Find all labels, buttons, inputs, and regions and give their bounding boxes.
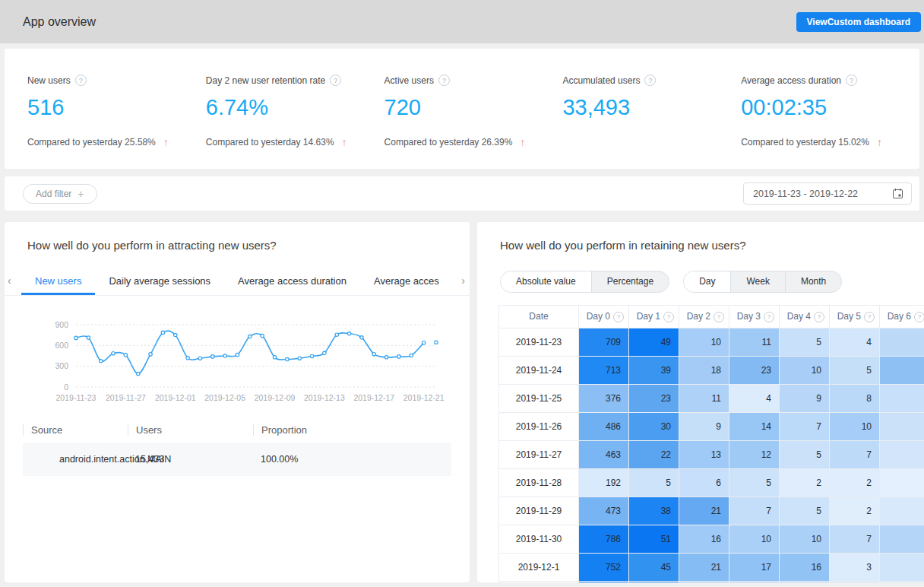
svg-text:2019-12-09: 2019-12-09	[255, 393, 296, 402]
retention-value-cell: 23	[729, 357, 780, 385]
retention-col-day-5: Day 5?	[830, 306, 880, 328]
svg-text:2019-12-13: 2019-12-13	[304, 393, 345, 402]
retention-value-cell	[780, 582, 830, 582]
retention-value-cell: 4	[830, 328, 880, 357]
data-point-marker	[384, 356, 388, 359]
panel-title: How well do you perform in retaining new…	[477, 222, 924, 259]
toggle-day[interactable]: Day	[684, 271, 731, 292]
retention-date-cell: 2019-11-27	[499, 441, 579, 469]
retention-date-cell: 2019-11-25	[499, 385, 579, 413]
view-custom-dashboard-button[interactable]: ViewCustom dashboard	[796, 12, 921, 32]
retention-row: 2019-11-2819256522	[499, 469, 924, 497]
kpi-day2-retention: Day 2 new user retention rate ? 6.74% Co…	[206, 49, 384, 169]
retention-value-cell: 49	[629, 328, 679, 357]
retention-value-cell: 7	[780, 413, 830, 441]
retention-value-cell: 10	[780, 357, 830, 385]
add-filter-label: Add filter	[36, 189, 71, 199]
help-icon[interactable]: ?	[814, 312, 824, 322]
data-point-marker	[422, 341, 425, 344]
retention-row: 2019-11-2648630914710	[499, 413, 924, 441]
svg-text:2019-12-17: 2019-12-17	[353, 393, 394, 402]
retention-value-cell	[880, 469, 924, 497]
users-col-header: Users	[128, 424, 253, 436]
kpi-value: 00:02:35	[741, 95, 919, 120]
retention-col-day-6: Day 6?	[880, 306, 924, 328]
chevron-left-icon[interactable]: ‹	[8, 275, 11, 286]
data-point-marker	[347, 332, 350, 335]
svg-text:2019-11-23: 2019-11-23	[56, 393, 97, 402]
add-filter-button[interactable]: Add filter +	[23, 184, 97, 204]
svg-text:900: 900	[55, 320, 68, 329]
tab-average-access-duration[interactable]: Average access duration	[224, 269, 360, 293]
retention-value-cell: 463	[579, 441, 629, 469]
data-point-marker	[323, 351, 326, 354]
retention-value-cell: 14	[729, 413, 780, 441]
svg-text:0: 0	[64, 382, 68, 392]
svg-text:2019-12-05: 2019-12-05	[204, 393, 245, 402]
data-point-marker	[112, 352, 115, 355]
help-icon[interactable]: ?	[846, 75, 857, 86]
tab-new-users[interactable]: New users	[21, 269, 95, 295]
toggle-week[interactable]: Week	[731, 271, 785, 292]
data-point-marker	[174, 333, 177, 336]
date-range-picker[interactable]: 2019-11-23 - 2019-12-22	[743, 182, 912, 205]
retention-row: 2019-12-1752452117163	[499, 554, 924, 582]
kpi-compare-text: Compared to yesterday 15.02%	[741, 137, 869, 148]
date-range-value: 2019-11-23 - 2019-12-22	[753, 189, 858, 199]
column-label: Day 1	[637, 306, 660, 328]
data-point-marker	[99, 360, 102, 363]
retention-col-day-4: Day 4?	[780, 306, 830, 328]
retention-value-cell: 376	[579, 385, 629, 413]
retention-value-cell	[880, 497, 924, 525]
retention-value-cell: 21	[679, 497, 729, 525]
data-point-marker	[397, 355, 400, 358]
retention-value-cell: 23	[629, 385, 679, 413]
retention-col-day-1: Day 1?	[629, 306, 679, 328]
metric-tabbar: ‹ New usersDaily average sessionsAverage…	[5, 269, 470, 296]
data-point-marker	[261, 334, 264, 337]
retention-value-cell: 16	[780, 554, 830, 582]
tab-average-acces[interactable]: Average acces	[360, 269, 453, 293]
help-icon[interactable]: ?	[914, 312, 924, 322]
retention-value-cell: 9	[780, 385, 830, 413]
help-icon[interactable]: ?	[764, 312, 774, 322]
metric-tabs: New usersDaily average sessionsAverage a…	[21, 269, 453, 295]
toggle-percentage[interactable]: Percentage	[592, 271, 669, 292]
retention-date-cell: 2019-11-24	[499, 357, 579, 385]
retention-col-day-2: Day 2?	[679, 306, 729, 328]
retention-table: DateDay 0?Day 1?Day 2?Day 3?Day 4?Day 5?…	[498, 305, 924, 582]
svg-text:2019-12-01: 2019-12-01	[155, 393, 196, 402]
table-row: android.intent.action.MAIN 15,433 100.00…	[23, 443, 451, 476]
retention-value-cell: 30	[629, 413, 679, 441]
retention-row: 2019-11-2746322131257	[499, 441, 924, 469]
retention-row	[499, 582, 924, 582]
retention-date-cell: 2019-11-29	[499, 497, 579, 525]
data-point-marker	[198, 357, 201, 360]
data-point-marker	[124, 354, 127, 357]
data-point-marker	[310, 354, 313, 357]
toggle-month[interactable]: Month	[786, 271, 841, 292]
retention-value-cell	[729, 582, 780, 582]
chevron-right-icon[interactable]: ›	[461, 275, 465, 286]
help-icon[interactable]: ?	[75, 75, 87, 86]
kpi-average-access-duration: Average access duration ? 00:02:35 Compa…	[741, 49, 919, 169]
help-icon[interactable]: ?	[644, 75, 656, 86]
retention-value-cell	[830, 582, 880, 582]
help-icon[interactable]: ?	[663, 312, 674, 322]
retention-row: 2019-11-24713391823105	[499, 357, 924, 385]
data-point-marker	[435, 341, 438, 344]
retention-value-cell: 45	[629, 554, 679, 582]
tab-daily-average-sessions[interactable]: Daily average sessions	[95, 269, 224, 293]
help-icon[interactable]: ?	[438, 75, 450, 86]
retention-value-cell: 7	[830, 441, 880, 469]
help-icon[interactable]: ?	[613, 312, 624, 322]
retention-col-day-3: Day 3?	[729, 306, 780, 328]
proportion-value: 100.00%	[253, 454, 451, 465]
retention-value-cell: 786	[579, 525, 629, 554]
retention-value-cell: 4	[729, 385, 780, 413]
retention-value-cell: 713	[579, 357, 629, 385]
toggle-absolute-value[interactable]: Absolute value	[501, 271, 592, 292]
help-icon[interactable]: ?	[714, 312, 724, 322]
help-icon[interactable]: ?	[864, 312, 875, 322]
help-icon[interactable]: ?	[330, 75, 341, 86]
